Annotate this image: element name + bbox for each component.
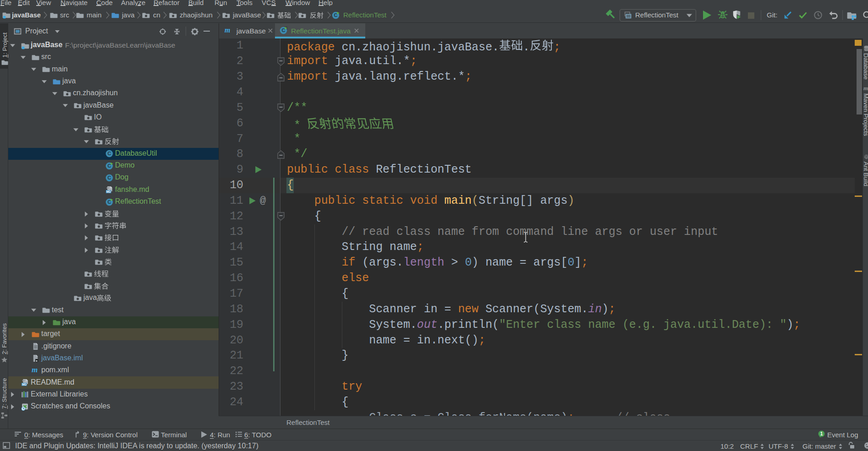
svg-text:C: C xyxy=(107,151,111,157)
svg-text:C: C xyxy=(107,175,111,180)
svg-text:C: C xyxy=(107,163,111,168)
svg-text:C: C xyxy=(107,199,111,205)
svg-text:C: C xyxy=(281,27,285,33)
svg-text:MD: MD xyxy=(22,383,27,386)
svg-text:1: 1 xyxy=(820,431,823,436)
svg-text:C: C xyxy=(334,12,337,18)
svg-text:MD: MD xyxy=(106,190,111,193)
